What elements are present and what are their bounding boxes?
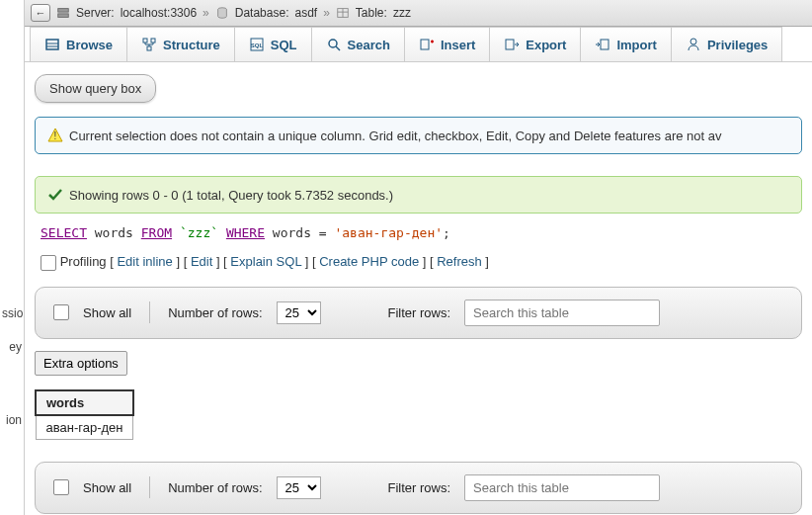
tab-sql-label: SQL: [271, 38, 297, 52]
breadcrumb-server-value[interactable]: localhost:3306: [121, 6, 197, 20]
row-options-bottom: Show all Number of rows: 25 Filter rows:: [35, 462, 802, 514]
profiling-label[interactable]: Profiling: [60, 254, 107, 269]
profiling-checkbox[interactable]: [41, 255, 56, 271]
sql-display: SELECT words FROM `zzz` WHERE words = 'а…: [35, 214, 802, 248]
svg-text:!: !: [54, 130, 57, 141]
results-cell: аван-гар-ден: [36, 415, 133, 440]
left-frag-b: ey: [0, 330, 24, 364]
svg-rect-18: [601, 40, 609, 49]
svg-rect-16: [421, 40, 429, 49]
svg-rect-0: [58, 9, 69, 13]
svg-rect-17: [506, 40, 514, 49]
num-rows-label: Number of rows:: [168, 305, 262, 320]
divider: [149, 476, 150, 498]
svg-rect-11: [147, 46, 151, 50]
results-header[interactable]: words: [36, 390, 133, 415]
filter-rows-input[interactable]: [464, 300, 660, 326]
filter-rows-label: Filter rows:: [388, 305, 451, 320]
warning-notice: ! Current selection does not contain a u…: [35, 117, 802, 154]
warning-text: Current selection does not contain a uni…: [69, 129, 722, 143]
tab-import[interactable]: Import: [580, 27, 671, 61]
num-rows-label: Number of rows:: [168, 480, 262, 495]
sql-cond-col: words: [273, 225, 311, 240]
svg-point-14: [329, 40, 337, 47]
num-rows-select[interactable]: 25: [277, 476, 321, 499]
svg-line-15: [336, 46, 340, 50]
results-table: words аван-гар-ден: [35, 389, 134, 440]
query-tools: Profiling [ Edit inline ] [ Edit ] [ Exp…: [35, 248, 802, 279]
export-icon: [504, 37, 520, 52]
table-icon: [336, 6, 350, 20]
sql-icon: SQL: [249, 37, 265, 52]
filter-rows-input[interactable]: [464, 474, 660, 501]
insert-icon: [419, 37, 435, 52]
tab-search[interactable]: Search: [311, 27, 405, 61]
sql-table: `zzz`: [180, 225, 218, 240]
server-icon: [56, 6, 70, 20]
tab-privileges[interactable]: Privileges: [671, 27, 782, 61]
sql-col: words: [95, 225, 133, 240]
success-notice: Showing rows 0 - 0 (1 total, Query took …: [35, 176, 802, 214]
tab-browse-label: Browse: [66, 38, 113, 52]
search-icon: [326, 37, 342, 52]
check-icon: [47, 187, 63, 203]
tab-export-label: Export: [526, 38, 566, 52]
breadcrumb-sep: »: [203, 6, 209, 20]
show-all-checkbox[interactable]: [53, 304, 69, 320]
back-button[interactable]: ←: [31, 4, 50, 22]
explain-sql-link[interactable]: Explain SQL: [230, 254, 301, 269]
tab-structure-label: Structure: [163, 38, 220, 52]
database-icon: [215, 6, 229, 20]
breadcrumb-db-value[interactable]: asdf: [294, 6, 317, 20]
tab-insert-label: Insert: [441, 38, 475, 52]
sql-eq: =: [319, 225, 327, 240]
row-options-top: Show all Number of rows: 25 Filter rows:: [35, 287, 802, 339]
edit-inline-link[interactable]: Edit inline: [117, 254, 172, 269]
svg-rect-10: [151, 39, 155, 43]
success-text: Showing rows 0 - 0 (1 total, Query took …: [69, 188, 393, 203]
tab-import-label: Import: [616, 38, 656, 52]
breadcrumb: ← Server: localhost:3306 » Database: asd…: [25, 0, 812, 27]
left-frag-a: ssio: [0, 297, 24, 330]
breadcrumb-table-label: Table:: [356, 6, 387, 20]
tab-search-label: Search: [348, 38, 390, 52]
num-rows-select[interactable]: 25: [277, 301, 321, 324]
import-icon: [595, 37, 610, 52]
extra-options-button[interactable]: Extra options: [35, 351, 127, 376]
left-panel-fragment: ssio ey ion: [0, 0, 25, 515]
refresh-link[interactable]: Refresh: [437, 254, 482, 269]
breadcrumb-table-value[interactable]: zzz: [393, 6, 411, 20]
sql-kw-select: SELECT: [41, 225, 87, 240]
svg-rect-9: [143, 39, 147, 43]
tab-structure[interactable]: Structure: [126, 27, 235, 61]
left-frag-c: ion: [0, 403, 24, 437]
breadcrumb-server-label: Server:: [76, 6, 115, 20]
tab-bar: Browse Structure SQL SQL Search Insert E…: [25, 27, 812, 62]
warning-icon: !: [47, 128, 63, 143]
svg-point-19: [690, 39, 696, 44]
structure-icon: [141, 37, 157, 52]
browse-icon: [44, 37, 60, 52]
svg-rect-1: [58, 14, 69, 18]
tab-privileges-label: Privileges: [707, 38, 768, 52]
sql-kw-where: WHERE: [226, 225, 265, 240]
breadcrumb-db-label: Database:: [235, 6, 289, 20]
divider: [149, 301, 150, 323]
show-all-label[interactable]: Show all: [83, 305, 131, 320]
show-all-label[interactable]: Show all: [83, 480, 131, 495]
show-query-box-button[interactable]: Show query box: [35, 74, 156, 103]
svg-rect-6: [46, 40, 58, 49]
sql-terminator: ;: [443, 225, 450, 240]
tab-browse[interactable]: Browse: [30, 27, 127, 61]
svg-text:SQL: SQL: [251, 43, 264, 48]
sql-kw-from: FROM: [141, 225, 172, 240]
privileges-icon: [686, 37, 701, 52]
edit-link[interactable]: Edit: [191, 254, 212, 269]
tab-sql[interactable]: SQL SQL: [234, 27, 312, 61]
filter-rows-label: Filter rows:: [388, 480, 451, 495]
tab-insert[interactable]: Insert: [404, 27, 490, 61]
create-php-link[interactable]: Create PHP code: [319, 254, 419, 269]
show-all-checkbox[interactable]: [53, 479, 69, 495]
tab-export[interactable]: Export: [489, 27, 581, 61]
breadcrumb-sep: »: [323, 6, 330, 20]
